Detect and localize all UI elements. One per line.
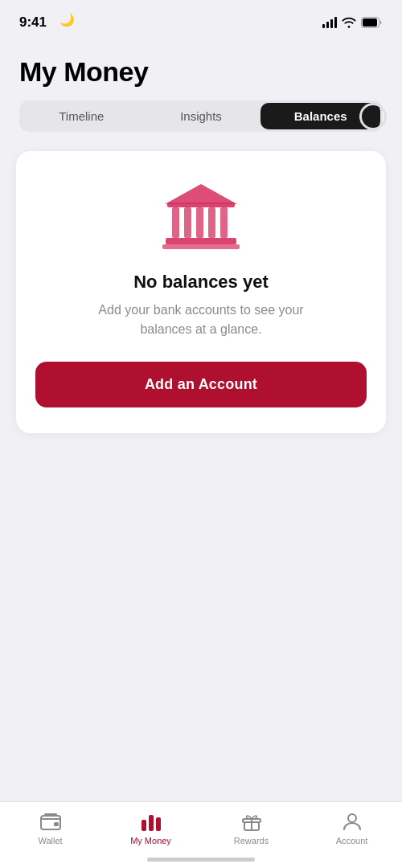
signal-icon xyxy=(322,17,337,28)
svg-marker-2 xyxy=(165,184,237,204)
balance-card: No balances yet Add your bank accounts t… xyxy=(16,151,386,433)
bank-icon xyxy=(161,180,241,252)
tab-insights[interactable]: Insights xyxy=(142,103,261,129)
svg-rect-8 xyxy=(220,207,228,238)
svg-rect-15 xyxy=(156,817,161,831)
gift-icon xyxy=(240,810,263,833)
svg-point-19 xyxy=(348,814,356,822)
svg-rect-6 xyxy=(196,207,203,238)
status-icons xyxy=(322,17,383,28)
svg-rect-7 xyxy=(208,207,215,238)
no-balances-desc: Add your bank accounts to see your balan… xyxy=(88,301,314,339)
page-title: My Money xyxy=(19,56,383,88)
bottom-tab-my-money[interactable]: My Money xyxy=(100,810,201,845)
svg-rect-3 xyxy=(167,203,235,207)
svg-rect-9 xyxy=(166,238,236,244)
account-tab-label: Account xyxy=(336,836,368,845)
bar-chart-icon xyxy=(140,810,162,833)
person-icon xyxy=(341,810,363,833)
bottom-tab-rewards[interactable]: Rewards xyxy=(201,810,302,845)
bank-icon-container xyxy=(161,180,241,256)
svg-rect-4 xyxy=(172,207,179,238)
rewards-tab-label: Rewards xyxy=(234,836,269,845)
status-time: 9:41 xyxy=(19,14,47,31)
svg-rect-14 xyxy=(149,815,154,831)
svg-rect-12 xyxy=(54,822,59,826)
wallet-icon xyxy=(39,810,62,833)
tab-timeline[interactable]: Timeline xyxy=(22,103,142,129)
spinner-circle xyxy=(359,103,387,130)
svg-rect-1 xyxy=(363,18,377,27)
add-account-button[interactable]: Add an Account xyxy=(35,362,367,407)
wifi-icon xyxy=(342,17,356,28)
status-bar: 9:41 🌙 xyxy=(0,0,402,40)
home-indicator xyxy=(147,858,255,862)
no-balances-title: No balances yet xyxy=(133,272,269,293)
tab-balances[interactable]: Balances xyxy=(260,103,380,129)
moon-icon: 🌙 xyxy=(59,13,75,27)
tab-switcher: Timeline Insights Balances xyxy=(19,100,383,132)
bottom-tab-account[interactable]: Account xyxy=(302,810,402,845)
my-money-tab-label: My Money xyxy=(130,836,171,845)
svg-rect-13 xyxy=(142,820,146,831)
svg-rect-5 xyxy=(184,207,191,238)
bottom-tab-wallet[interactable]: Wallet xyxy=(0,810,100,845)
wallet-tab-label: Wallet xyxy=(38,836,62,845)
battery-icon xyxy=(361,17,383,28)
page-header: My Money xyxy=(0,40,402,100)
svg-rect-10 xyxy=(162,244,240,249)
